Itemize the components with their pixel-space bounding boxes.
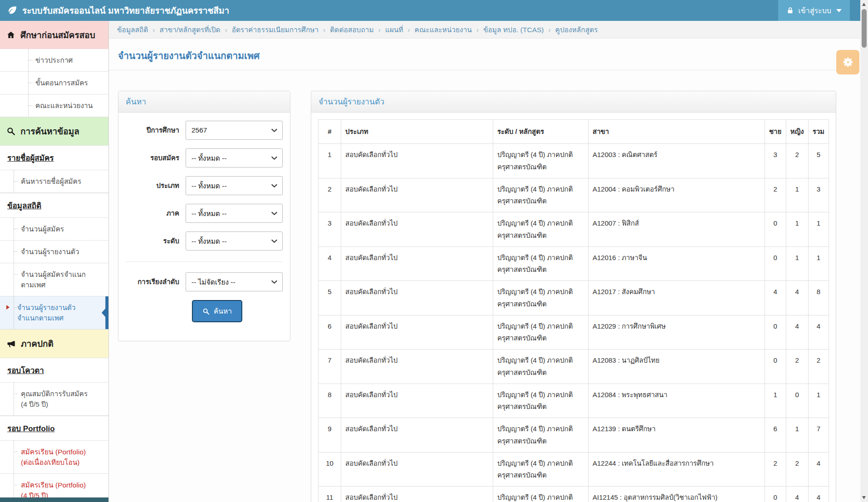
chevron-right-icon: ›	[408, 26, 410, 34]
cell-female: 4	[786, 281, 808, 315]
cell-total: 5	[808, 144, 829, 178]
vertical-scrollbar[interactable]	[860, 0, 868, 502]
sidebar-section-pink[interactable]: ศึกษาก่อนสมัครสอบ	[0, 21, 108, 49]
sidebar-next-section-partial	[0, 497, 108, 502]
column-header: ชาย	[765, 120, 786, 144]
cell-male: 2	[765, 452, 786, 487]
cell-total: 2	[808, 349, 829, 384]
sidebar-item[interactable]: ขั้นตอนการสมัคร	[0, 72, 108, 94]
search-panel-header: ค้นหา	[118, 91, 290, 113]
search-panel: ค้นหา ปีการศึกษา2567รอบสมัคร-- ทั้งหมด -…	[118, 91, 290, 341]
sort-order-select[interactable]: -- ไม่จัดเรียง --	[186, 272, 283, 291]
scrollbar-thumb[interactable]	[862, 9, 867, 48]
breadcrumb-link[interactable]: ข้อมูล ทปอ. (TCAS)	[483, 24, 544, 35]
cell-no: 5	[319, 281, 341, 315]
cell-total: 1	[808, 212, 829, 247]
application-round-select[interactable]: -- ทั้งหมด --	[186, 148, 283, 167]
academic-year-select[interactable]: 2567	[186, 121, 283, 140]
table-row: 11สอบคัดเลือกทั่วไปปริญญาตรี (4 ปี) ภาคป…	[319, 487, 829, 502]
sidebar-item[interactable]: ค้นหารายชื่อผู้สมัคร	[0, 170, 108, 193]
cell-total: 4	[808, 452, 829, 487]
cell-major: AI12145 : อุตสาหกรรมศิลป์(วิชาเอกไฟฟ้า)	[588, 487, 765, 502]
search-submit-button[interactable]: ค้นหา	[192, 300, 242, 322]
form-field-row: รอบสมัคร-- ทั้งหมด --	[126, 148, 283, 167]
settings-button[interactable]	[836, 50, 859, 74]
lock-icon	[786, 7, 794, 15]
breadcrumb-link[interactable]: ติดต่อสอบถาม	[330, 24, 373, 35]
sidebar-item-label: ขั้นตอนการสมัคร	[35, 79, 88, 87]
cell-female: 2	[786, 144, 808, 178]
table-row: 8สอบคัดเลือกทั่วไปปริญญาตรี (4 ปี) ภาคปก…	[319, 384, 829, 418]
search-icon	[6, 127, 15, 136]
cell-no: 9	[319, 418, 341, 453]
sidebar-item-label: จำนวนผู้รายงานตัว	[21, 248, 79, 256]
chevron-right-icon: ›	[378, 26, 381, 34]
sidebar-item[interactable]: คณะและหน่วยงาน	[0, 94, 108, 117]
breadcrumb-link[interactable]: คณะและหน่วยงาน	[415, 24, 472, 35]
selected-value: -- ทั้งหมด --	[191, 180, 227, 192]
sidebar-item[interactable]: สมัครเรียน (Portfolio) (ต่อเนื่อง/เทียบโ…	[0, 441, 108, 474]
login-button[interactable]: เข้าสู่ระบบ	[778, 0, 850, 21]
sidebar-section-yellow[interactable]: ภาคปกติ	[0, 330, 108, 358]
chevron-down-icon	[271, 182, 278, 191]
active-edge-marker-icon	[102, 296, 108, 329]
cell-level: ปริญญาตรี (4 ปี) ภาคปกติ ครุศาสตรบัณฑิต	[493, 178, 588, 212]
cell-type: สอบคัดเลือกทั่วไป	[341, 178, 493, 212]
sidebar-item[interactable]: จำนวนผู้สมัครจำแนกตามเพศ	[0, 263, 108, 296]
program-select[interactable]: -- ทั้งหมด --	[186, 204, 283, 223]
table-row: 9สอบคัดเลือกทั่วไปปริญญาตรี (4 ปี) ภาคปก…	[319, 418, 829, 453]
sidebar-item-label: สมัครเรียน (Portfolio) (ต่อเนื่อง/เทียบโ…	[21, 448, 86, 466]
application-round-label: รอบสมัคร	[126, 153, 186, 163]
cell-female: 2	[786, 452, 808, 487]
column-header: สาขา	[588, 120, 765, 144]
sidebar-group-header[interactable]: รายชื่อผู้สมัคร	[0, 145, 108, 170]
cell-total: 3	[808, 178, 829, 212]
table-row: 4สอบคัดเลือกทั่วไปปริญญาตรี (4 ปี) ภาคปก…	[319, 246, 829, 281]
top-navbar: ระบบรับสมัครออนไลน์ มหาวิทยาลัยราชภัฏนคร…	[0, 0, 860, 21]
cell-male: 0	[765, 487, 786, 502]
cell-level: ปริญญาตรี (4 ปี) ภาคปกติ ครุศาสตรบัณฑิต	[493, 418, 588, 453]
form-field-row: การเรียงลำดับ-- ไม่จัดเรียง --	[126, 272, 283, 291]
chevron-right-icon: ›	[549, 26, 551, 34]
login-label: เข้าสู่ระบบ	[798, 5, 831, 16]
type-select[interactable]: -- ทั้งหมด --	[186, 176, 283, 195]
sidebar-item[interactable]: ข่าวประกาศ	[0, 49, 108, 72]
selected-value: -- ทั้งหมด --	[191, 208, 227, 219]
sidebar-group-header[interactable]: รอบโควตา	[0, 358, 108, 383]
cell-level: ปริญญาตรี (4 ปี) ภาคปกติ ครุศาสตรบัณฑิต	[493, 315, 588, 349]
breadcrumb-link[interactable]: แผนที่	[385, 24, 403, 35]
sidebar-item[interactable]: คุณสมบัติการรับสมัคร (4 ปี/5 ปี)	[0, 383, 108, 416]
sidebar-item-active[interactable]: จำนวนผู้รายงานตัวจำแนกตามเพศ	[0, 296, 108, 330]
sidebar-item[interactable]: จำนวนผู้สมัคร	[0, 218, 108, 241]
form-field-row: ปีการศึกษา2567	[126, 121, 283, 140]
sidebar-section-green[interactable]: การค้นหาข้อมูล	[0, 117, 108, 145]
sidebar-group-label: รอบ Portfolio	[7, 424, 55, 433]
breadcrumb-link[interactable]: คูปองหลักสูตร	[555, 24, 598, 35]
breadcrumb-link[interactable]: อัตราค่าธรรมเนียมการศึกษา	[232, 24, 319, 35]
sidebar-section-label: ภาคปกติ	[21, 337, 54, 350]
cell-female: 4	[786, 487, 808, 502]
breadcrumb-link[interactable]: สาขา/หลักสูตรที่เปิด	[160, 24, 221, 35]
scroll-up-arrow-icon[interactable]	[862, 3, 866, 6]
cell-no: 8	[319, 384, 341, 418]
cell-level: ปริญญาตรี (4 ปี) ภาคปกติ ครุศาสตรบัณฑิต	[493, 487, 588, 502]
column-header: #	[319, 120, 341, 144]
level-select[interactable]: -- ทั้งหมด --	[186, 231, 283, 251]
cell-female: 2	[786, 349, 808, 384]
cell-major: A12139 : ดนตรีศึกษา	[588, 418, 765, 453]
cell-type: สอบคัดเลือกทั่วไป	[341, 349, 493, 384]
scroll-down-arrow-icon[interactable]	[862, 496, 866, 499]
cell-type: สอบคัดเลือกทั่วไป	[341, 418, 493, 453]
sidebar-item[interactable]: จำนวนผู้รายงานตัว	[0, 241, 108, 263]
report-panel-header: จำนวนผู้รายงานตัว	[311, 91, 836, 113]
cell-major: A12083 : นาฏศิลป์ไทย	[588, 349, 765, 384]
sidebar-group-header[interactable]: ข้อมูลสถิติ	[0, 193, 108, 218]
cell-total: 4	[808, 315, 829, 349]
cell-level: ปริญญาตรี (4 ปี) ภาคปกติ ครุศาสตรบัณฑิต	[493, 144, 588, 178]
sidebar-item-label: จำนวนผู้สมัคร	[21, 225, 64, 233]
breadcrumb-link[interactable]: ข้อมูลสถิติ	[117, 24, 148, 35]
cell-total: 8	[808, 281, 829, 315]
chevron-right-icon: ›	[225, 26, 227, 34]
sidebar-group-header[interactable]: รอบ Portfolio	[0, 416, 108, 441]
cell-female: 4	[786, 315, 808, 349]
